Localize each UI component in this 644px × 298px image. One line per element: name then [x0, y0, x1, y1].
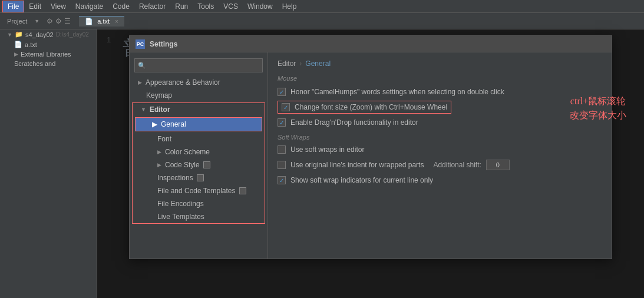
nav-item-color-scheme[interactable]: ▶ Color Scheme: [133, 145, 265, 158]
appearance-label: Appearance & Behavior: [146, 78, 220, 87]
original-indent-checkbox[interactable]: [278, 161, 286, 169]
tree-root-path: D:\s4_day02: [56, 31, 89, 38]
menu-bar: File Edit View Navigate Code Refactor Ru…: [0, 0, 644, 13]
settings-content: Editor › General Mouse Honor "CamelHumps…: [268, 52, 612, 259]
inspections-icon: [197, 174, 204, 181]
tree-expand-icon: ▼: [7, 32, 12, 38]
project-panel: ▼ 📁 s4_day02 D:\s4_day02 📄 a.txt ▶ Exter…: [0, 29, 97, 298]
tab-filename: a.txt: [97, 18, 110, 25]
settings-title: Settings: [150, 40, 177, 48]
settings-dialog: PC Settings 🔍: [129, 35, 612, 259]
more-icon[interactable]: ☰: [64, 17, 71, 25]
nav-item-editor[interactable]: ▼ Editor: [133, 103, 265, 116]
project-dropdown-icon: ▼: [34, 18, 39, 24]
menu-run[interactable]: Run: [170, 1, 193, 12]
sync-icon[interactable]: ⚙: [47, 17, 53, 25]
settings-body: 🔍 ▶ Appearance & Behavior Keymap: [130, 52, 612, 259]
tree-extlibs-item[interactable]: ▶ External Libraries: [0, 49, 97, 59]
breadcrumb-part1: Editor: [278, 59, 296, 68]
nav-item-file-encodings[interactable]: File Encodings: [133, 197, 265, 210]
menu-navigate[interactable]: Navigate: [71, 1, 108, 12]
tab-close-icon[interactable]: ×: [115, 18, 118, 25]
breadcrumb-separator: ›: [299, 59, 302, 68]
file-encodings-label: File Encodings: [157, 200, 204, 208]
inspections-label: Inspections: [157, 174, 193, 182]
settings-nav: 🔍 ▶ Appearance & Behavior Keymap: [130, 52, 268, 259]
general-label: General: [161, 120, 186, 128]
cog-icon[interactable]: ⚙: [55, 17, 62, 25]
nav-item-appearance[interactable]: ▶ Appearance & Behavior: [130, 76, 267, 89]
settings-title-bar: PC Settings: [130, 36, 612, 52]
camelhumps-row: Honor "CamelHumps" words settings when s…: [278, 87, 602, 97]
editor-area: 1 普通的文本文件 PC Settings 🔍: [97, 29, 644, 298]
camelhumps-checkbox[interactable]: [278, 88, 286, 96]
show-indicators-checkbox[interactable]: [278, 176, 286, 184]
nav-item-file-templates[interactable]: File and Code Templates: [133, 184, 265, 197]
tab-bar: Project ▼ ⚙ ⚙ ☰ 📄 a.txt ×: [0, 13, 644, 29]
settings-overlay: PC Settings 🔍: [97, 29, 644, 298]
breadcrumb-active: General: [305, 59, 331, 68]
original-indent-row: Use original line's indent for wrapped p…: [278, 158, 602, 171]
color-scheme-label: Color Scheme: [165, 148, 210, 156]
editor-expand-icon: ▼: [141, 107, 146, 112]
tab-file[interactable]: 📄 a.txt ×: [79, 16, 124, 27]
camelhumps-label: Honor "CamelHumps" words settings when s…: [290, 88, 504, 96]
tree-scratches-label: Scratches and: [14, 60, 55, 67]
tree-scratches-item[interactable]: Scratches and: [0, 59, 97, 68]
keymap-label: Keymap: [146, 91, 172, 100]
dragndrop-checkbox[interactable]: [278, 118, 286, 127]
font-size-row-highlighted: Change font size (Zoom) with Ctrl+Mouse …: [278, 101, 451, 114]
annotation-line2: 改变字体大小: [570, 108, 612, 122]
show-indicators-row: Show soft wrap indicators for current li…: [278, 175, 602, 186]
additional-shift-label: Additional shift:: [433, 161, 481, 169]
dragndrop-row: Enable Drag'n'Drop functionality in edit…: [278, 117, 602, 128]
menu-file[interactable]: File: [2, 1, 24, 12]
file-templates-label: File and Code Templates: [157, 187, 236, 195]
show-indicators-label: Show soft wrap indicators for current li…: [290, 176, 433, 184]
soft-wraps-row: Use soft wraps in editor: [278, 144, 602, 155]
editor-section-bordered: ▼ Editor ▶ General Fo: [132, 102, 265, 224]
general-expand-icon: ▶: [152, 120, 157, 128]
breadcrumb: Editor › General: [278, 59, 602, 68]
search-container: 🔍: [130, 55, 267, 76]
settings-icon: PC: [136, 39, 145, 49]
dragndrop-label: Enable Drag'n'Drop functionality in edit…: [290, 118, 418, 127]
file-templates-icon: [239, 187, 246, 194]
tree-file-label: a.txt: [25, 41, 37, 48]
nav-item-inspections[interactable]: Inspections: [133, 171, 265, 184]
tree-arrow-icon: ▶: [14, 51, 18, 57]
menu-vcs[interactable]: VCS: [219, 1, 243, 12]
mouse-section-label: Mouse: [278, 75, 602, 82]
file-icon-small: 📄: [14, 41, 22, 48]
nav-item-code-style[interactable]: ▶ Code Style: [133, 158, 265, 171]
menu-tools[interactable]: Tools: [193, 1, 219, 12]
additional-shift-input[interactable]: [486, 160, 510, 170]
nav-item-keymap[interactable]: Keymap: [130, 89, 267, 102]
settings-search-input[interactable]: [134, 58, 263, 72]
tree-extlibs-label: External Libraries: [21, 51, 71, 58]
code-style-label: Code Style: [165, 161, 200, 169]
tree-root-item[interactable]: ▼ 📁 s4_day02 D:\s4_day02: [0, 29, 97, 39]
file-icon: 📄: [85, 18, 93, 25]
main-area: ▼ 📁 s4_day02 D:\s4_day02 📄 a.txt ▶ Exter…: [0, 29, 644, 298]
menu-view[interactable]: View: [46, 1, 71, 12]
nav-item-live-templates[interactable]: Live Templates: [133, 210, 265, 223]
menu-refactor[interactable]: Refactor: [134, 1, 170, 12]
nav-item-general[interactable]: ▶ General: [136, 118, 262, 131]
font-size-checkbox[interactable]: [282, 103, 290, 111]
editor-label: Editor: [150, 105, 170, 114]
tree-file-item[interactable]: 📄 a.txt: [0, 39, 97, 49]
menu-help[interactable]: Help: [278, 1, 302, 12]
nav-item-font[interactable]: Font: [133, 133, 265, 145]
color-scheme-arrow-icon: ▶: [157, 149, 161, 155]
project-tab-label[interactable]: Project: [2, 16, 32, 26]
menu-window[interactable]: Window: [243, 1, 278, 12]
soft-wraps-label: Soft Wraps: [278, 134, 602, 141]
menu-edit[interactable]: Edit: [24, 1, 46, 12]
menu-code[interactable]: Code: [108, 1, 134, 12]
live-templates-label: Live Templates: [157, 213, 204, 221]
font-size-label: Change font size (Zoom) with Ctrl+Mouse …: [295, 103, 447, 111]
annotation-line1: ctrl+鼠标滚轮: [570, 94, 612, 108]
soft-wraps-checkbox[interactable]: [278, 145, 286, 154]
original-indent-label: Use original line's indent for wrapped p…: [290, 161, 424, 169]
